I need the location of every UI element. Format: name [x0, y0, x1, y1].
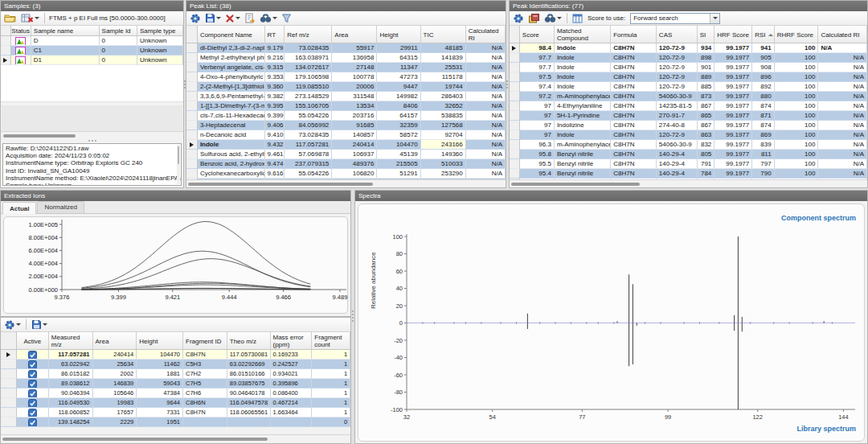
active-checkbox-checked-icon[interactable]	[28, 399, 37, 408]
peak-row[interactable]: 3,3,6,6,9-Pentamethyl-3,4,5... 9.382 273…	[186, 92, 506, 101]
peak-row[interactable]: Benzoic acid, 2-hydroxy-4-m... 9.474 237…	[186, 159, 506, 169]
sample-row[interactable]: D 0 Unknown	[1, 36, 183, 46]
tab-normalized[interactable]: Normalized	[37, 201, 84, 213]
col-theo-mz[interactable]: Theo m/z	[227, 332, 271, 349]
active-checkbox-checked-icon[interactable]	[28, 360, 37, 369]
columns-button[interactable]	[571, 13, 583, 24]
sample-row[interactable]: D1 0 Unknown	[1, 56, 183, 65]
settings-button[interactable]	[3, 319, 22, 331]
identification-row[interactable]: 96.3 m-Aminophenylacetylene C8H7N 54060-…	[510, 140, 867, 150]
settings-button[interactable]	[512, 12, 525, 25]
fragment-row[interactable]: 90.046394 105646 47384 C7H6 90.04640178 …	[1, 388, 350, 398]
scrollbar-thumb[interactable]	[188, 183, 373, 186]
col-sample-type[interactable]: Sample type	[137, 26, 183, 35]
combo-dropdown-button[interactable]	[710, 14, 719, 23]
col-tic[interactable]: TIC	[421, 26, 466, 43]
remove-sample-button[interactable]	[20, 12, 40, 24]
identification-row[interactable]: 97 4-Ethynylaniline C8H7N 14235-81-5 867…	[510, 101, 867, 111]
active-checkbox-checked-icon[interactable]	[28, 418, 37, 427]
col-sample-name[interactable]: Sample name	[31, 26, 100, 35]
fragment-row[interactable]: 89.038612 146839 59043 C7H5 89.03857675 …	[1, 379, 350, 388]
col-active[interactable]: Active	[17, 332, 49, 349]
fragment-row[interactable]: 116.049530 19983 9644 C8H6N 116.04947578…	[1, 398, 350, 408]
identification-row[interactable]: 97.2 m-Aminophenylacetylene C8H7N 54060-…	[510, 92, 867, 101]
col-height[interactable]: Height	[137, 332, 183, 349]
col-formula[interactable]: Formula	[611, 26, 657, 43]
active-checkbox-checked-icon[interactable]	[28, 380, 37, 388]
save-button[interactable]	[31, 319, 48, 331]
col-fragment-id[interactable]: Fragment ID	[183, 332, 227, 349]
library-button[interactable]	[527, 12, 541, 24]
export-button[interactable]	[244, 12, 256, 24]
fragment-row[interactable]: 118.060852 17657 7331 C8H7N 118.06065561…	[1, 408, 350, 417]
col-area[interactable]: Area	[332, 26, 377, 43]
score-mode-select[interactable]: Forward search	[630, 13, 720, 24]
peak-row[interactable]: 1-[[1,3-Dimethyl-7-(3-methylb... 9.395 1…	[186, 101, 506, 111]
identification-row[interactable]: 97 Indole C8H7N 120-72-9 863 99.1977 869…	[510, 130, 867, 140]
col-measured-mz[interactable]: Measured m/z	[49, 332, 93, 349]
peak-list-horizontal-scrollbar[interactable]	[186, 179, 506, 187]
col-rhrf-score[interactable]: RHRF Score	[775, 26, 819, 43]
samples-horizontal-scrollbar[interactable]	[1, 131, 183, 139]
info-vertical-scrollbar[interactable]	[177, 145, 180, 184]
find-button[interactable]	[259, 12, 278, 24]
active-checkbox-checked-icon[interactable]	[28, 389, 37, 398]
scrollbar-thumb[interactable]	[2, 438, 268, 441]
fragments-horizontal-scrollbar[interactable]	[1, 434, 350, 442]
fragment-row[interactable]: 139.148254 2229 1951 0	[1, 417, 350, 427]
peak-row[interactable]: n-Decanoic acid 9.410 73.028435 140857 5…	[186, 130, 506, 140]
peak-row[interactable]: dl-Diethyl 2,3-di-2-naphthyls... 9.179 7…	[186, 43, 506, 53]
identification-row[interactable]: 98.4 Indole C8H7N 120-72-9 934 99.1977 9…	[510, 43, 867, 53]
identification-row[interactable]: 95.8 Benzyl nitrile C8H7N 140-29-4 805 9…	[510, 150, 867, 159]
identification-row[interactable]: 97.4 Indole C8H7N 120-72-9 885 99.1977 8…	[510, 82, 867, 92]
delete-button[interactable]	[224, 13, 241, 24]
col-mass-error[interactable]: Mass error (ppm)	[271, 332, 313, 349]
active-checkbox-checked-icon[interactable]	[28, 351, 37, 360]
find-button[interactable]	[543, 12, 563, 24]
col-component-name[interactable]: Component Name	[198, 26, 265, 43]
samples-splitter[interactable]	[1, 140, 183, 142]
col-rsi[interactable]: RSI	[752, 26, 774, 43]
col-status[interactable]: Status	[11, 26, 31, 35]
col-ref-mz[interactable]: Ref m/z	[285, 26, 332, 43]
save-button[interactable]	[204, 12, 222, 24]
col-calculated-ri[interactable]: Calculated RI	[466, 26, 506, 43]
col-area[interactable]: Area	[93, 332, 137, 349]
fragment-row[interactable]: 63.022942 25634 11462 C5H3 63.02292669 0…	[1, 360, 350, 369]
scrollbar-thumb[interactable]	[511, 183, 640, 186]
peak-row[interactable]: Sulfurous acid, 2-ethylhexyl i... 9.461 …	[186, 150, 506, 159]
col-calculated-ri[interactable]: Calculated RI	[818, 26, 867, 43]
scrollbar-thumb[interactable]	[3, 134, 76, 138]
settings-button[interactable]	[189, 12, 202, 25]
peak-row[interactable]: 2-(2-Methyl-[1,3]dithiolan-2-y... 9.360 …	[186, 82, 506, 92]
identification-row[interactable]: 95.4 Benzyl nitrile C8H7N 140-29-4 784 9…	[510, 169, 867, 179]
col-si[interactable]: SI	[698, 26, 715, 43]
identification-row[interactable]: 95.5 Benzyl nitrile C8H7N 140-29-4 791 9…	[510, 159, 867, 169]
peak-row[interactable]: Indole 9.432 117.057281 240414 104470 24…	[186, 140, 506, 150]
col-hrf-score[interactable]: HRF Score	[714, 26, 752, 43]
peak-identifications-horizontal-scrollbar[interactable]	[510, 179, 867, 187]
filter-button[interactable]	[280, 12, 293, 24]
identification-row[interactable]: 97.5 Indole C8H7N 120-72-9 889 99.1977 8…	[510, 72, 867, 82]
peak-row[interactable]: cis-7,cis-11-Hexadecadien-... 9.399 55.0…	[186, 111, 506, 121]
col-fragment-count[interactable]: Fragment count	[312, 332, 350, 349]
col-matched-compound[interactable]: Matched Compound	[555, 26, 611, 43]
peak-row[interactable]: 3-Heptadecenal 9.406 84.056992 91685 323…	[186, 121, 506, 130]
open-folder-button[interactable]	[3, 12, 18, 24]
fragment-row[interactable]: 117.057281 240414 104470 C8H7N 117.05730…	[1, 350, 350, 360]
col-score[interactable]: Score	[520, 26, 555, 43]
identification-row[interactable]: 97.7 Indole C8H7N 120-72-9 901 99.1977 9…	[510, 63, 867, 72]
peak-row[interactable]: Methyl 2-ethylhexyl phthalate 9.216 163.…	[186, 53, 506, 63]
identification-row[interactable]: 97 Indolizine C8H7N 274-40-8 867 99.1977…	[510, 121, 867, 130]
col-height[interactable]: Height	[377, 26, 420, 43]
identification-row[interactable]: 97 5H-1-Pyrindine C8H7N 270-91-7 865 99.…	[510, 111, 867, 121]
peak-row[interactable]: 4-Oxo-4-phenylbutyric acid, ... 9.353 17…	[186, 72, 506, 82]
sample-row[interactable]: C1 0 Unknown	[1, 46, 183, 56]
tab-actual[interactable]: Actual	[2, 202, 36, 214]
active-checkbox-checked-icon[interactable]	[28, 409, 37, 417]
col-sample-id[interactable]: Sample Id	[100, 26, 137, 35]
peak-row[interactable]: Cyclohexanecarboxylic acid... 9.616 55.0…	[186, 169, 506, 179]
col-cas[interactable]: CAS	[657, 26, 698, 43]
col-rt[interactable]: RT	[265, 26, 285, 43]
fragment-row[interactable]: 86.015182 2002 1881 C7H2 86.01510166 0.9…	[1, 369, 350, 379]
